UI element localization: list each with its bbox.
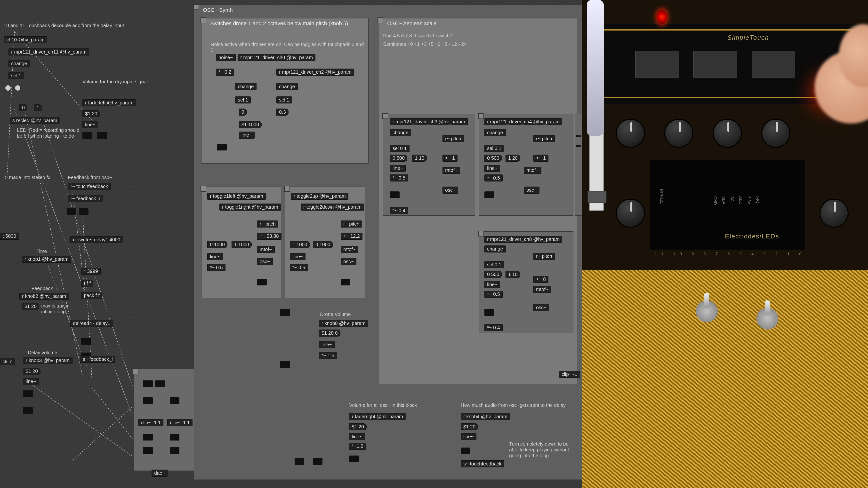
msg-ch4-120[interactable]: 1 20 (505, 155, 520, 162)
obj-linea[interactable]: line~ (239, 132, 255, 139)
obj-tff[interactable]: t f f (81, 280, 93, 287)
obj-ch4-change[interactable]: change (485, 129, 506, 136)
obj-mpr2[interactable]: r mpr121_driver_ch2 @hv_param (276, 69, 354, 75)
obj-mpr8[interactable]: r mpr121_driver_ch8 @hv_param (485, 236, 562, 243)
obj-tog2down[interactable]: r toggle2down @hv_param (301, 203, 364, 210)
obj-tog1left[interactable]: r toggle1left @hv_param (207, 193, 266, 200)
obj-ch3-mtof[interactable]: mtof~ (442, 167, 460, 174)
obj-ch4-mtof[interactable]: mtof~ (524, 167, 541, 174)
obj-ch10[interactable]: ch10 @hv_param (4, 36, 47, 43)
mix-h[interactable] (170, 447, 179, 454)
msg-s120b[interactable]: $1 20 (22, 303, 39, 310)
obj-linex2[interactable]: line~ (290, 253, 306, 260)
obj-line-1[interactable]: line~ (83, 121, 98, 128)
msg-ch4-0500[interactable]: 0 500 (485, 155, 502, 162)
obj-dac[interactable]: dac~ (152, 469, 167, 477)
obj-add-fb[interactable] (67, 208, 76, 215)
toggle-d2[interactable] (284, 186, 290, 192)
obj-sfeedbackl[interactable]: s~ feedback_l (80, 356, 116, 363)
obj-touchfeedback[interactable]: r~ touchfeedback (68, 183, 111, 190)
obj-ch8-line[interactable]: line~ (485, 281, 500, 288)
msg-s120d[interactable]: $1 20 0 (319, 329, 340, 336)
obj-knob4[interactable]: r knob4 @hv_param (461, 413, 510, 420)
obj-mult-dv[interactable] (23, 390, 33, 397)
obj-ch8-change[interactable]: change (485, 246, 506, 253)
obj-ch3-m05[interactable]: *~ 0.5 (390, 174, 408, 182)
obj-m12e[interactable]: *~1.2 (349, 443, 366, 450)
obj-ch3-change[interactable]: change (390, 129, 411, 136)
toggle-d1[interactable] (200, 186, 206, 192)
obj-m122[interactable]: +~ 12.2 (341, 233, 363, 240)
msg-0[interactable]: 0 (20, 104, 27, 111)
mult-dmix[interactable] (280, 309, 290, 316)
obj-ckr[interactable]: ck_r (0, 358, 14, 365)
obj-ch4-sel[interactable]: sel 0 1 (485, 145, 504, 152)
obj-clip[interactable]: clip~ -1 (559, 371, 580, 378)
msg-ch3-0500[interactable]: 0 500 (390, 155, 407, 162)
obj-ch8-p8[interactable]: +~ 8 (533, 276, 549, 283)
msg-s120[interactable]: $1 20 (83, 110, 100, 117)
obj-m05a[interactable]: *~ 0.5 (207, 264, 225, 271)
obj-mtofA[interactable]: mtof~ (257, 246, 275, 253)
obj-knob3[interactable]: r knob3 @hv_param (23, 357, 72, 364)
obj-ch8-m05[interactable]: *~ 0.5 (485, 291, 503, 298)
obj-m2388[interactable]: +~ 23.88 (257, 233, 281, 240)
obj-mpr11[interactable]: r mpr121_driver_ch11 @hv_param (8, 48, 89, 56)
mix-a[interactable] (143, 381, 153, 387)
obj-delread[interactable]: delread4~ delay1 (70, 320, 113, 327)
mult-ch4[interactable] (485, 191, 494, 198)
obj-line2[interactable]: line~ (23, 378, 39, 385)
obj-changeA[interactable]: change (235, 83, 256, 90)
obj-linex1[interactable]: line~ (207, 253, 223, 260)
obj-clipA[interactable]: clip~ -1 1 (138, 419, 163, 426)
obj-sel1b[interactable]: sel 1 (276, 96, 292, 103)
obj-5000[interactable]: ; 5000 (0, 233, 19, 240)
msg-01000b[interactable]: 0 1000 (313, 241, 333, 248)
obj-peek1[interactable] (576, 135, 581, 137)
obj-lineF[interactable]: line~ (461, 433, 476, 440)
obj-mult-dry[interactable] (83, 132, 92, 139)
obj-oscA[interactable]: osc~ (257, 258, 273, 265)
mult-ch3[interactable] (390, 191, 400, 198)
obj-3999[interactable]: * 3999 (81, 268, 101, 275)
mix-final2[interactable] (313, 458, 322, 465)
mix-f[interactable] (170, 434, 179, 441)
msg-1[interactable]: 1 (34, 104, 42, 111)
toggle-ch8[interactable] (478, 231, 484, 236)
toggle-ch4[interactable] (478, 113, 484, 119)
msg-s120f[interactable]: $1 20 (461, 423, 478, 430)
obj-knob1[interactable]: r knob1 @hv_param (22, 256, 71, 263)
obj-m05b[interactable]: *~ 0.5 (290, 264, 308, 271)
mix-final1[interactable] (294, 458, 304, 465)
obj-mtofB[interactable]: mtof~ (341, 246, 358, 253)
obj-ch4-pitch[interactable]: r~ pitch (533, 135, 555, 142)
obj-ch3-p1[interactable]: +~ 1 (442, 155, 458, 162)
msg-11000[interactable]: 1 1000 (231, 241, 252, 248)
obj-peek2[interactable] (576, 145, 581, 147)
toggle-mixer[interactable] (133, 368, 138, 374)
obj-ch8-mtof[interactable]: mtof~ (533, 286, 551, 293)
obj-m02[interactable]: *~ 0.2 (216, 69, 234, 75)
msg-s120c[interactable]: $1 20 (23, 368, 40, 375)
obj-ch8-osc[interactable]: osc~ (533, 304, 549, 311)
obj-ch3-sel[interactable]: sel 0 1 (390, 145, 409, 152)
bang-2[interactable] (14, 85, 21, 91)
obj-tog1right[interactable]: r toggle1right @hv_param (219, 203, 281, 210)
obj-ch3-m04[interactable]: *~ 0.4 (390, 207, 408, 214)
toggle-ch3[interactable] (382, 113, 388, 119)
obj-clipB[interactable]: clip~ -1 1 (167, 419, 192, 426)
obj-ch4-osc[interactable]: osc~ (524, 187, 539, 194)
obj-mult-noise[interactable] (217, 144, 227, 151)
obj-tog2up[interactable]: r toggle2up @hv_param (291, 193, 348, 200)
obj-ch4-line[interactable]: line~ (485, 165, 500, 172)
obj-sel1-1[interactable]: sel 1 (8, 72, 24, 79)
mult-allosc[interactable] (349, 456, 359, 462)
obj-knob0[interactable]: r knob0 @hv_param (319, 320, 368, 327)
mix-b[interactable] (155, 381, 165, 387)
block-peek1[interactable] (575, 114, 582, 216)
obj-ch4-p1[interactable]: +~ 1 (533, 155, 549, 162)
obj-ch8-sel[interactable]: sel 0 1 (485, 261, 504, 268)
msg-0b[interactable]: 0 (239, 108, 247, 116)
obj-oscB[interactable]: osc~ (341, 258, 356, 265)
msg-s11000[interactable]: $1 1000 (239, 121, 261, 128)
